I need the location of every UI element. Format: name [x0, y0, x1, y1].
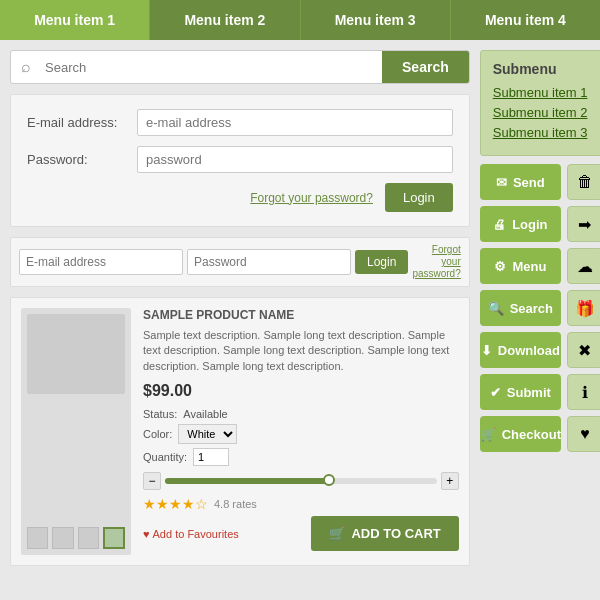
search-icon: 🔍	[488, 301, 504, 316]
right-button-menu[interactable]: ⚙Menu	[480, 248, 561, 284]
inline-email-input[interactable]	[19, 249, 183, 275]
status-value: Available	[183, 408, 227, 420]
left-panel: ⌕ Search E-mail address: Password: Forgo…	[10, 50, 470, 566]
right-panel: Submenu Submenu item 1Submenu item 2Subm…	[480, 50, 600, 566]
product-info: SAMPLE PRODUCT NAME Sample text descript…	[143, 308, 459, 555]
submenu-item-2[interactable]: Submenu item 2	[493, 105, 590, 120]
product-image	[27, 314, 125, 394]
rating-row: ★★★★☆ 4.8 rates	[143, 496, 459, 512]
stars: ★★★★☆	[143, 496, 208, 512]
cart-icon: 🛒	[329, 526, 345, 541]
forgot-password-link[interactable]: Forgot your password?	[250, 191, 373, 205]
right-button-checkout[interactable]: 🛒Checkout	[480, 416, 561, 452]
search-button[interactable]: Search	[382, 51, 469, 83]
login-icon: 🖨	[493, 217, 506, 232]
product-description: Sample text description. Sample long tex…	[143, 328, 459, 374]
send-label: Send	[513, 175, 545, 190]
right-side-icon-download[interactable]: ✖	[567, 332, 600, 368]
product-thumbnails	[27, 527, 125, 549]
download-label: Download	[498, 343, 560, 358]
slider-minus-button[interactable]: −	[143, 472, 161, 490]
password-input[interactable]	[137, 146, 453, 173]
product-bottom-row: ♥ Add to Favourites 🛒 ADD TO CART	[143, 512, 459, 555]
product-box: SAMPLE PRODUCT NAME Sample text descript…	[10, 297, 470, 566]
add-to-cart-button[interactable]: 🛒 ADD TO CART	[311, 516, 458, 551]
slider-fill	[165, 478, 328, 484]
right-side-icon-submit[interactable]: ℹ	[567, 374, 600, 410]
checkout-icon: 🛒	[480, 427, 496, 442]
right-side-icon-menu[interactable]: ☁	[567, 248, 600, 284]
submenu-item-3[interactable]: Submenu item 3	[493, 125, 590, 140]
add-to-favourites-link[interactable]: ♥ Add to Favourites	[143, 528, 239, 540]
slider-plus-button[interactable]: +	[441, 472, 459, 490]
submit-label: Submit	[507, 385, 551, 400]
product-quantity: Quantity:	[143, 448, 459, 466]
product-status: Status: Available	[143, 408, 459, 420]
email-row: E-mail address:	[27, 109, 453, 136]
status-label: Status:	[143, 408, 177, 420]
inline-password-input[interactable]	[187, 249, 351, 275]
login-label: Login	[512, 217, 547, 232]
quantity-label: Quantity:	[143, 451, 187, 463]
login-form: E-mail address: Password: Forgot your pa…	[10, 94, 470, 227]
submenu-box: Submenu Submenu item 1Submenu item 2Subm…	[480, 50, 600, 156]
send-icon: ✉	[496, 175, 507, 190]
right-button-search[interactable]: 🔍Search	[480, 290, 561, 326]
right-buttons-grid: ✉Send🗑🖨Login➡⚙Menu☁🔍Search🎁⬇Download✖✔Su…	[480, 164, 600, 452]
product-price: $99.00	[143, 382, 459, 400]
search-input[interactable]	[41, 54, 382, 81]
right-button-submit[interactable]: ✔Submit	[480, 374, 561, 410]
nav-item-3[interactable]: Menu item 3	[301, 0, 451, 40]
password-row: Password:	[27, 146, 453, 173]
download-icon: ⬇	[481, 343, 492, 358]
thumb-3[interactable]	[78, 527, 99, 549]
inline-login-button[interactable]: Login	[355, 250, 408, 274]
email-label: E-mail address:	[27, 115, 137, 130]
checkout-label: Checkout	[502, 427, 561, 442]
search-label: Search	[510, 301, 553, 316]
thumb-1[interactable]	[27, 527, 48, 549]
product-name: SAMPLE PRODUCT NAME	[143, 308, 459, 322]
thumb-2[interactable]	[52, 527, 73, 549]
right-button-send[interactable]: ✉Send	[480, 164, 561, 200]
email-input[interactable]	[137, 109, 453, 136]
inline-forgot-link[interactable]: Forgot your password?	[412, 244, 460, 280]
nav-bar: Menu item 1Menu item 2Menu item 3Menu it…	[0, 0, 600, 40]
nav-item-1[interactable]: Menu item 1	[0, 0, 150, 40]
form-actions: Forgot your password? Login	[27, 183, 453, 212]
nav-item-2[interactable]: Menu item 2	[150, 0, 300, 40]
nav-item-4[interactable]: Menu item 4	[451, 0, 600, 40]
menu-label: Menu	[512, 259, 546, 274]
password-label: Password:	[27, 152, 137, 167]
slider-track[interactable]	[165, 478, 437, 484]
right-button-login[interactable]: 🖨Login	[480, 206, 561, 242]
submenu-title: Submenu	[493, 61, 590, 77]
submit-icon: ✔	[490, 385, 501, 400]
slider-row: − +	[143, 472, 459, 490]
menu-icon: ⚙	[494, 259, 506, 274]
inline-login-bar: Login Forgot your password?	[10, 237, 470, 287]
right-button-download[interactable]: ⬇Download	[480, 332, 561, 368]
right-side-icon-checkout[interactable]: ♥	[567, 416, 600, 452]
login-button[interactable]: Login	[385, 183, 453, 212]
product-image-container	[21, 308, 131, 555]
color-select[interactable]: White Black Red	[178, 424, 237, 444]
submenu-item-1[interactable]: Submenu item 1	[493, 85, 590, 100]
quantity-input[interactable]	[193, 448, 229, 466]
color-label: Color:	[143, 428, 172, 440]
search-icon: ⌕	[11, 52, 41, 82]
rating-value: 4.8 rates	[214, 498, 257, 510]
search-bar: ⌕ Search	[10, 50, 470, 84]
right-side-icon-send[interactable]: 🗑	[567, 164, 600, 200]
thumb-4-active[interactable]	[103, 527, 125, 549]
slider-handle[interactable]	[323, 474, 335, 486]
heart-icon: ♥	[143, 528, 150, 540]
right-side-icon-search[interactable]: 🎁	[567, 290, 600, 326]
product-color: Color: White Black Red	[143, 424, 459, 444]
right-side-icon-login[interactable]: ➡	[567, 206, 600, 242]
